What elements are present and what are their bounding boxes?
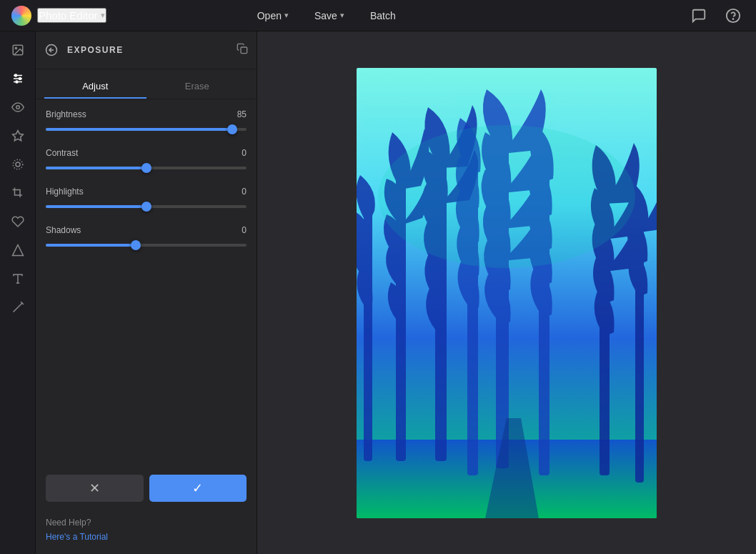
app-name-button[interactable]: Photo Editor ▾: [37, 8, 106, 23]
question-icon: [725, 8, 741, 24]
sidebar-item-heart[interactable]: [5, 209, 31, 234]
tab-erase[interactable]: Erase: [146, 75, 249, 99]
brightness-label-row: Brightness 85: [46, 109, 247, 119]
panel-actions: ✕ ✓: [36, 475, 257, 512]
app-name-chevron: ▾: [101, 11, 105, 20]
highlights-value: 0: [242, 187, 247, 197]
contrast-fill: [46, 167, 146, 169]
brightness-slider-container[interactable]: [46, 124, 247, 135]
svg-line-17: [14, 303, 22, 312]
sidebar-item-crop[interactable]: [5, 180, 31, 206]
shadows-label-row: Shadows 0: [46, 225, 247, 235]
app-name-label: Photo Editor: [39, 9, 98, 21]
star-icon: [11, 129, 24, 142]
shadows-slider-container[interactable]: [46, 239, 247, 251]
svg-point-32: [378, 125, 635, 268]
confirm-icon: ✓: [192, 480, 203, 496]
copy-icon: [237, 43, 248, 54]
panel-title: EXPOSURE: [67, 45, 231, 55]
batch-button[interactable]: Batch: [360, 6, 406, 26]
chat-button[interactable]: [687, 4, 710, 27]
sidebar-item-image[interactable]: [5, 37, 31, 63]
contrast-slider-row: Contrast 0: [46, 148, 247, 174]
svg-marker-11: [12, 131, 23, 141]
help-button[interactable]: [722, 4, 745, 27]
highlights-knob[interactable]: [141, 202, 151, 212]
sidebar-item-text[interactable]: [5, 266, 31, 292]
sidebar-item-effects[interactable]: [5, 152, 31, 177]
sidebar-item-shape[interactable]: [5, 237, 31, 263]
save-label: Save: [314, 10, 337, 21]
app-logo: [11, 6, 31, 26]
image-icon: [11, 44, 24, 56]
exposure-panel: EXPOSURE Adjust Erase Brightness 85: [36, 31, 257, 554]
adjustments-icon: [11, 72, 24, 85]
help-tutorial-link[interactable]: Here's a Tutorial: [46, 532, 108, 542]
confirm-button[interactable]: ✓: [149, 475, 247, 502]
tab-adjust[interactable]: Adjust: [44, 75, 146, 99]
brightness-fill: [46, 128, 232, 131]
contrast-value: 0: [242, 148, 247, 158]
shadows-fill: [46, 244, 136, 247]
svg-rect-21: [241, 47, 247, 54]
brightness-value: 85: [237, 109, 247, 119]
shadows-value: 0: [242, 225, 247, 235]
sidebar-item-brush[interactable]: [5, 295, 31, 320]
eye-icon: [11, 101, 24, 114]
header: Photo Editor ▾ Open ▾ Save ▾ Batch: [0, 0, 756, 31]
highlights-fill: [46, 205, 146, 208]
save-button[interactable]: Save ▾: [304, 6, 354, 26]
svg-point-8: [19, 78, 21, 80]
shadows-slider-row: Shadows 0: [46, 225, 247, 251]
highlights-slider-row: Highlights 0: [46, 187, 247, 212]
svg-point-13: [13, 159, 23, 169]
open-label: Open: [257, 10, 282, 21]
main-area: EXPOSURE Adjust Erase Brightness 85: [0, 31, 756, 554]
panel-back-button[interactable]: [41, 40, 61, 60]
contrast-knob[interactable]: [141, 163, 151, 173]
heart-icon: [11, 215, 24, 228]
highlights-slider-container[interactable]: [46, 201, 247, 212]
svg-point-7: [14, 74, 16, 76]
cancel-button[interactable]: ✕: [46, 475, 144, 502]
highlights-label: Highlights: [46, 187, 84, 197]
contrast-slider-container[interactable]: [46, 162, 247, 174]
chat-icon: [691, 8, 707, 24]
sidebar-item-preview[interactable]: [5, 94, 31, 120]
batch-label: Batch: [370, 10, 396, 21]
open-button[interactable]: Open ▾: [247, 6, 299, 26]
brightness-knob[interactable]: [227, 124, 237, 134]
text-icon: [11, 272, 24, 285]
svg-point-12: [16, 162, 20, 167]
photo-frame: [357, 68, 657, 518]
panel-sliders: Brightness 85 Contrast 0: [36, 99, 257, 475]
brightness-slider-row: Brightness 85: [46, 109, 247, 135]
open-chevron: ▾: [284, 11, 289, 20]
back-arrow-icon: [45, 44, 58, 56]
shadows-knob[interactable]: [131, 240, 141, 250]
help-text: Need Help?: [46, 518, 247, 528]
crop-icon: [11, 187, 24, 199]
brush-icon: [11, 301, 24, 314]
svg-marker-14: [12, 245, 23, 256]
svg-point-9: [16, 81, 18, 83]
shape-icon: [11, 244, 24, 257]
panel-copy-button[interactable]: [237, 43, 248, 57]
header-right-actions: [687, 4, 745, 27]
help-section: Need Help? Here's a Tutorial: [36, 512, 257, 554]
sidebar-item-adjustments[interactable]: [5, 66, 31, 91]
effects-icon: [11, 158, 24, 171]
svg-point-10: [16, 106, 19, 109]
photo-svg: [357, 68, 657, 518]
shadows-label: Shadows: [46, 225, 81, 235]
panel-tabs: Adjust Erase: [36, 69, 257, 99]
brightness-label: Brightness: [46, 109, 86, 119]
highlights-label-row: Highlights 0: [46, 187, 247, 197]
panel-header: EXPOSURE: [36, 31, 257, 69]
svg-point-3: [15, 47, 16, 49]
header-center-actions: Open ▾ Save ▾ Batch: [247, 6, 406, 26]
sidebar-item-favorites[interactable]: [5, 123, 31, 149]
icon-sidebar: [0, 31, 36, 554]
cancel-icon: ✕: [89, 480, 100, 496]
canvas-area: [257, 31, 756, 554]
